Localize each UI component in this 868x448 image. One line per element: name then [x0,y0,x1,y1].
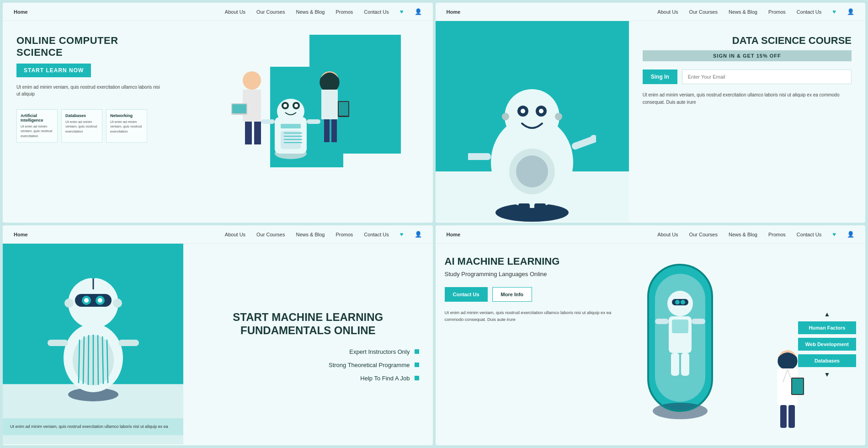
heart-icon-p1[interactable]: ♥ [400,8,404,15]
nav-contact-p3[interactable]: Contact Us [364,232,389,237]
btn-row-p4: Contact Us More Info [445,287,630,302]
user-icon-p2[interactable]: 👤 [847,8,854,15]
nav-promos-p3[interactable]: Promos [335,232,353,237]
svg-point-61 [91,273,96,279]
svg-rect-64 [48,340,68,346]
svg-rect-15 [277,99,304,124]
info-box-p3: Ut enim ad minim veniam, quis nostrud ex… [3,418,183,436]
svg-point-36 [539,109,543,113]
cta-button-p1[interactable]: START LEARN NOW [16,64,91,77]
nav-news-p2[interactable]: News & Blog [729,9,757,15]
user-icon-p3[interactable]: 👤 [415,231,422,238]
svg-rect-39 [468,153,491,160]
signin-button-p2[interactable]: Sing In [643,69,677,84]
nav-promos-p1[interactable]: Promos [335,9,353,15]
info-button-p4[interactable]: More Info [492,287,533,302]
menu-item-databases[interactable]: Databases [798,354,856,367]
signin-row-p2: Sing In [643,69,852,84]
svg-point-63 [113,299,122,308]
feature1-dot [415,349,419,354]
svg-rect-74 [655,319,669,324]
content-p4: AI Machine Learning Study Programming La… [436,244,866,444]
svg-rect-4 [254,122,261,144]
content-p2: Data Science Course SIGN IN & GET 15% OF… [436,21,866,222]
nav-news-p3[interactable]: News & Blog [296,232,325,237]
feature-item-3: Help To Find A Job [197,375,419,382]
feature-item-1: Expert Instructors Only [197,348,419,355]
panel-machine-learning: Home About Us Our Courses News & Blog Pr… [3,225,433,445]
nav-home-p4[interactable]: Home [447,232,461,237]
feature1-text: Expert Instructors Only [349,348,410,355]
panel-ai-machine-learning: Home About Us Our Courses News & Blog Pr… [436,225,866,445]
card-ai-text: Ut enim ad minim veniam, quis nostrud ex… [21,124,53,139]
menu-item-human-factors[interactable]: Human Factors [798,321,856,334]
card-ai: Artificial Intelligence Ut enim ad minim… [16,109,58,143]
heart-icon-p2[interactable]: ♥ [832,8,836,15]
nav-about-p2[interactable]: About Us [657,9,678,15]
heart-icon-p3[interactable]: ♥ [400,231,404,238]
nav-news-p1[interactable]: News & Blog [296,9,325,15]
left-col-p4: AI Machine Learning Study Programming La… [445,251,630,437]
nav-courses-p2[interactable]: Our Courses [689,9,718,15]
svg-rect-3 [245,122,252,144]
content-p1: Online Computer Science START LEARN NOW … [3,21,433,222]
heart-icon-p4[interactable]: ♥ [832,231,836,238]
nav-contact-p4[interactable]: Contact Us [797,232,821,237]
svg-point-1 [243,71,261,90]
svg-rect-69 [672,299,688,305]
svg-point-19 [294,104,298,107]
user-icon-p4[interactable]: 👤 [847,231,854,238]
left-col-p2 [436,21,629,222]
svg-rect-85 [792,379,803,394]
nav-about-p4[interactable]: About Us [657,232,678,237]
nav-promos-p4[interactable]: Promos [768,232,786,237]
menu-arrow-down[interactable]: ▼ [798,371,856,378]
nav-courses-p3[interactable]: Our Courses [256,232,285,237]
svg-point-41 [555,113,562,120]
robot-pod-svg [639,251,730,434]
card-ai-title: Artificial Intelligence [21,113,53,123]
nav-home-p3[interactable]: Home [14,232,28,237]
nav-courses-p4[interactable]: Our Courses [689,232,718,237]
menu-arrow-up[interactable]: ▲ [798,310,856,318]
nav-panel2: Home About Us Our Courses News & Blog Pr… [436,3,866,21]
svg-point-40 [502,113,509,120]
nav-news-p4[interactable]: News & Blog [729,232,757,237]
card-db-text: Ut enim ad minim veniam, quis nostrud ex… [65,120,98,134]
nav-home-p1[interactable]: Home [14,9,28,15]
feature2-dot [415,363,419,367]
main-title-p4: AI Machine Learning [445,256,630,267]
svg-rect-43 [534,203,546,217]
svg-rect-27 [307,119,320,124]
svg-line-51 [98,335,98,385]
right-col-p3: Start Machine Learning Fundamentals Onli… [183,244,433,444]
svg-point-35 [521,109,525,113]
nav-about-p3[interactable]: About Us [225,232,245,237]
nav-contact-p1[interactable]: Contact Us [364,9,389,15]
info-text-p3: Ut enim ad minim veniam, quis nostrud ex… [10,424,176,430]
card-db: Databases Ut enim ad minim veniam, quis … [61,109,102,143]
card-net: Networking Ut enim ad minim veniam, quis… [106,109,147,143]
user-icon-p1[interactable]: 👤 [415,8,422,15]
nav-promos-p2[interactable]: Promos [768,9,786,15]
desc-p1: Ut enim ad minim veniam, quis nostrud ex… [16,84,163,97]
feature-item-2: Strong Theoretical Programme [197,362,419,368]
svg-rect-55 [75,294,112,307]
svg-rect-26 [261,119,275,124]
svg-rect-21 [281,131,301,149]
svg-rect-12 [339,102,348,116]
left-col-p3: Ut enim ad minim veniam, quis nostrud ex… [3,244,183,444]
nav-courses-p1[interactable]: Our Courses [256,9,285,15]
sub-title-p4: Study Programming Languages Online [445,270,630,278]
nav-home-p2[interactable]: Home [447,9,461,15]
menu-item-web-development[interactable]: Web Development [798,338,856,351]
nav-contact-p2[interactable]: Contact Us [797,9,821,15]
nav-about-p1[interactable]: About Us [225,9,245,15]
svg-point-62 [64,299,74,308]
contact-button-p4[interactable]: Contact Us [445,287,488,302]
svg-rect-9 [324,119,330,142]
email-input-p2[interactable] [682,69,852,84]
svg-rect-6 [232,104,246,113]
svg-point-58 [84,298,89,303]
svg-point-31 [516,155,548,187]
